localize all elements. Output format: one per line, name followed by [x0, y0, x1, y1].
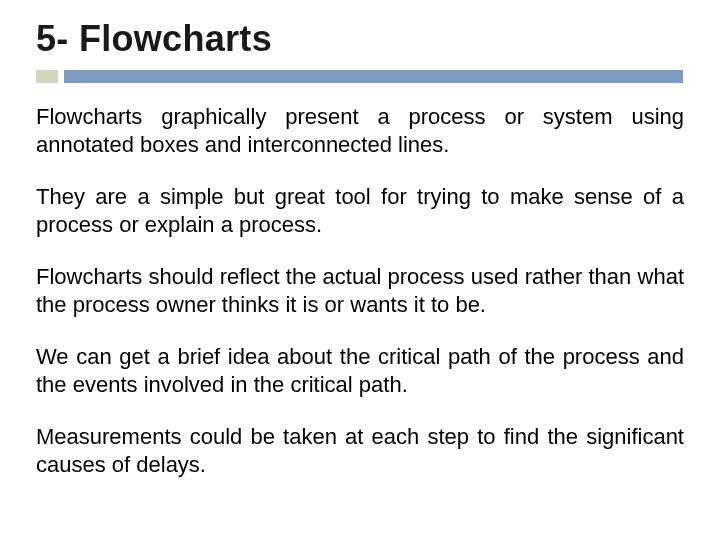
slide-title: 5- Flowcharts: [36, 18, 684, 60]
paragraph: Measurements could be taken at each step…: [36, 423, 684, 478]
paragraph: Flowcharts should reflect the actual pro…: [36, 263, 684, 318]
slide: 5- Flowcharts Flowcharts graphically pre…: [0, 0, 720, 540]
paragraph: We can get a brief idea about the critic…: [36, 343, 684, 398]
accent-bar: [36, 70, 683, 83]
slide-body: Flowcharts graphically present a process…: [36, 103, 684, 478]
paragraph: Flowcharts graphically present a process…: [36, 103, 684, 158]
paragraph: They are a simple but great tool for try…: [36, 183, 684, 238]
